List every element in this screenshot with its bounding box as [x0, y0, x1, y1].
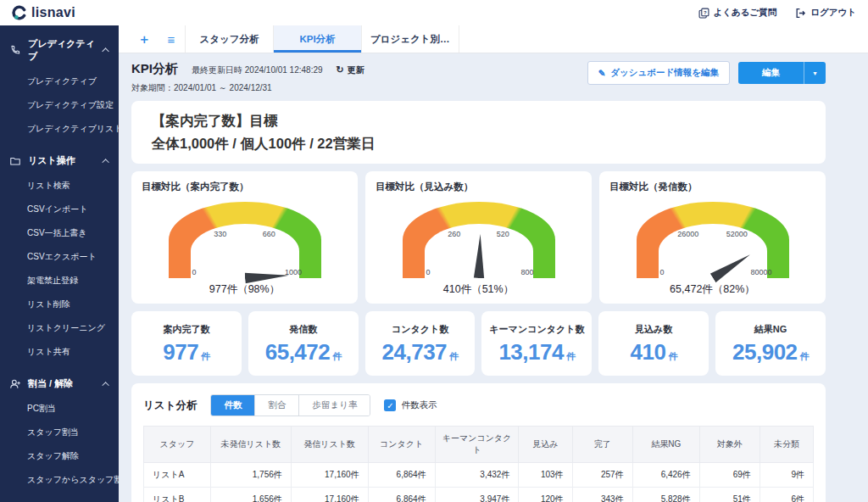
top-header: lisnavi ? よくあるご質問 ログアウト	[0, 0, 868, 25]
logo-icon	[12, 5, 27, 20]
add-tab-button[interactable]: ＋	[131, 25, 158, 53]
tab-staff-analysis[interactable]: スタッフ分析	[185, 25, 273, 53]
chevron-up-icon	[102, 159, 108, 165]
faq-link[interactable]: ? よくあるご質問	[698, 7, 777, 19]
edit-button[interactable]: 編集	[738, 62, 804, 84]
sidebar-item-csv-export[interactable]: CSVエクスポート	[0, 245, 119, 269]
list-analysis-panel: リスト分析 件数 割合 歩留まり率 ✓ 件数表示	[131, 383, 826, 502]
kpi-card-completed: 案内完了数 977件	[131, 311, 242, 376]
gauge-value-caption: 65,472件（82%）	[609, 282, 815, 297]
sidebar-item-staff-to-staff-assign[interactable]: スタッフからスタッフ割当	[0, 468, 119, 492]
sidebar-item-staff-release[interactable]: スタッフ解除	[0, 444, 119, 468]
view-tab-yield[interactable]: 歩留まり率	[298, 395, 370, 416]
sidebar-item-pc-assign[interactable]: PC割当	[0, 397, 119, 421]
view-tab-ratio[interactable]: 割合	[254, 395, 298, 416]
checkbox-check-icon: ✓	[384, 399, 396, 411]
count-display-checkbox[interactable]: ✓ 件数表示	[384, 399, 437, 411]
gauge-chart-completed: 0 330 660 1000	[169, 202, 321, 278]
phone-icon	[9, 44, 21, 56]
refresh-button[interactable]: ↻ 更新	[337, 64, 364, 76]
gauge-card-prospects: 目標対比（見込み数） 0 260 520 800 410件（51%）	[365, 171, 592, 304]
tab-menu-button[interactable]: ≡	[158, 25, 185, 53]
sidebar-section-assign[interactable]: 割当 / 解除	[0, 367, 119, 397]
sidebar-item-predictive-list[interactable]: プレディクティブリスト	[0, 117, 119, 141]
target-period-text: 対象期間：2024/01/01 ～ 2024/12/31	[131, 82, 364, 94]
pencil-icon: ✎	[598, 68, 606, 78]
page-title: KPI分析	[131, 61, 178, 77]
sidebar-item-predictive[interactable]: プレディクティブ	[0, 70, 119, 93]
caret-down-icon: ▼	[812, 70, 818, 76]
dashboard-tabbar: ＋ ≡ スタッフ分析 KPI分析 プロジェクト別…	[119, 25, 868, 53]
tab-kpi-analysis[interactable]: KPI分析	[273, 25, 361, 53]
logout-button[interactable]: ログアウト	[795, 7, 856, 19]
sidebar-item-csv-bulk-overwrite[interactable]: CSV一括上書き	[0, 221, 119, 245]
table-header-row: スタッフ 未発信リスト数 発信リスト数 コンタクト キーマンコンタクト 見込み …	[144, 427, 814, 463]
sidebar-item-list-delete[interactable]: リスト削除	[0, 293, 119, 316]
gauge-chart-calls: 0 26000 52000 80000	[637, 202, 789, 278]
chevron-up-icon	[102, 382, 108, 388]
gauge-value-caption: 410件（51%）	[376, 282, 581, 297]
goal-banner: 【案内完了数】目標 全体1,000件 / 個人100件 / 22営業日	[131, 101, 826, 164]
table-row: リストB 1,656件 17,160件 6,864件 3,947件 120件 3…	[144, 488, 814, 502]
sidebar-item-list-share[interactable]: リスト共有	[0, 340, 119, 364]
gauge-chart-prospects: 0 260 520 800	[403, 202, 555, 278]
list-analysis-title: リスト分析	[143, 399, 197, 413]
view-mode-segmented-control: 件数 割合 歩留まり率	[210, 394, 370, 416]
kpi-card-calls: 発信数 65,472件	[248, 311, 359, 376]
logo-text: lisnavi	[31, 5, 75, 20]
sidebar-item-predictive-settings[interactable]: プレディクティブ設定	[0, 93, 119, 117]
question-icon: ?	[698, 8, 709, 19]
edit-dashboard-info-button[interactable]: ✎ ダッシュボード情報を編集	[587, 61, 731, 85]
logout-icon	[795, 8, 806, 19]
kpi-card-result-ng: 結果NG 25,902件	[715, 311, 826, 376]
list-analysis-table: スタッフ 未発信リスト数 発信リスト数 コンタクト キーマンコンタクト 見込み …	[143, 426, 814, 502]
goal-banner-line2: 全体1,000件 / 個人100件 / 22営業日	[152, 132, 805, 155]
sidebar-item-list-search[interactable]: リスト検索	[0, 174, 119, 198]
sidebar-item-list-cleaning[interactable]: リストクリーニング	[0, 316, 119, 340]
chevron-up-icon	[103, 47, 109, 54]
gauge-value-caption: 977件（98%）	[142, 282, 348, 297]
sidebar-section-list-ops[interactable]: リスト操作	[0, 144, 119, 174]
tab-by-project[interactable]: プロジェクト別…	[361, 25, 459, 53]
table-row: リストA 1,756件 17,160件 6,864件 3,432件 103件 2…	[144, 463, 814, 488]
refresh-icon: ↻	[337, 64, 344, 75]
folder-icon	[9, 155, 21, 167]
gauge-card-calls: 目標対比（発信数） 0 26000 52000 80000 65,472件（82…	[599, 171, 826, 304]
svg-text:?: ?	[704, 9, 707, 14]
edit-dropdown-caret[interactable]: ▼	[804, 62, 826, 84]
sidebar-item-staff-assign[interactable]: スタッフ割当	[0, 421, 119, 444]
kpi-card-keyman-contacts: キーマンコンタクト数 13,174件	[481, 311, 592, 376]
edit-split-button: 編集 ▼	[738, 62, 826, 84]
kpi-card-prospects: 見込み数 410件	[598, 311, 709, 376]
app-logo: lisnavi	[12, 5, 75, 20]
sidebar-item-csv-import[interactable]: CSVインポート	[0, 198, 119, 221]
sidebar-section-predictive[interactable]: プレディクティブ	[0, 27, 119, 70]
view-tab-count[interactable]: 件数	[211, 395, 254, 416]
gauge-card-completed: 目標対比（案内完了数） 0 330 660 1000 977件（98%）	[131, 171, 358, 304]
sidebar-item-call-ban-register[interactable]: 架電禁止登録	[0, 269, 119, 293]
user-icon	[9, 378, 21, 390]
sidebar: プレディクティブ プレディクティブ プレディクティブ設定 プレディクティブリスト…	[0, 25, 119, 502]
sidebar-section-functions[interactable]: 機能	[0, 495, 119, 502]
goal-banner-line1: 【案内完了数】目標	[152, 109, 805, 132]
last-updated-text: 最終更新日時 2024/10/01 12:48:29	[192, 64, 323, 76]
kpi-card-contacts: コンタクト数 24,737件	[365, 311, 476, 376]
